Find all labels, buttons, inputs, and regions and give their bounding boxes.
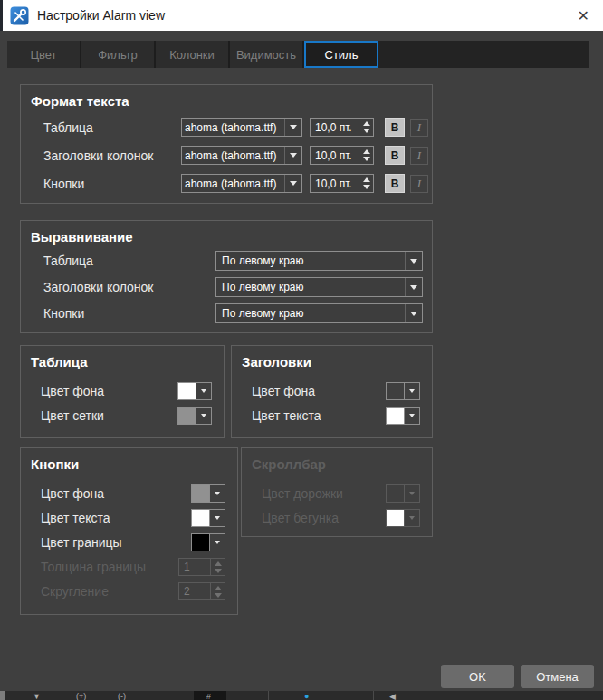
italic-button[interactable]: I [410, 147, 428, 165]
group-title: Заголовки [242, 354, 432, 369]
spinner-value: 1 [179, 559, 210, 575]
row-label: Цвет фона [252, 384, 315, 398]
align-row-buttons: Кнопки По левому краю [43, 303, 432, 323]
background-window-fragment [0, 691, 5, 700]
font-select-buttons[interactable]: ahoma (tahoma.ttf) [181, 174, 302, 193]
spin-row-corner-radius: Скругление 2 [41, 582, 225, 600]
chevron-down-icon[interactable] [284, 147, 302, 164]
color-row-header-text: Цвет текста [252, 407, 420, 425]
font-size-spinner-column-headers[interactable]: 10,0 пт. [310, 146, 374, 165]
italic-button[interactable]: I [410, 119, 428, 137]
chevron-down-icon[interactable] [284, 175, 302, 192]
alignment-select-buttons[interactable]: По левому краю [215, 303, 423, 323]
group-scrollbar-colors: Скроллбар Цвет дорожки Цвет бегунка [241, 447, 433, 537]
chevron-down-icon[interactable] [209, 510, 225, 526]
cancel-button[interactable]: Отмена [521, 665, 594, 688]
caret-down-icon: ▼ [33, 692, 41, 700]
close-icon[interactable]: ✕ [578, 7, 589, 24]
row-label: Цвет фона [41, 384, 104, 398]
toolbar-separator [268, 691, 269, 700]
format-row-table: Таблица ahoma (tahoma.ttf) 10,0 пт. B I [43, 118, 432, 137]
chevron-down-icon[interactable] [404, 383, 419, 399]
color-picker-button-bg[interactable] [191, 484, 225, 503]
grid-toggle-button: # [194, 691, 226, 700]
background-toolbar-strip: ▼ (+) (-) # ● ◀ [0, 691, 603, 700]
window-edge [0, 0, 3, 31]
tab-color[interactable]: Цвет [7, 41, 81, 68]
row-label: Цвет дорожки [262, 486, 343, 501]
row-label: Цвет текста [252, 408, 321, 423]
tab-filter[interactable]: Фильтр [81, 41, 156, 68]
chevron-down-icon[interactable] [209, 485, 225, 502]
chevron-down-icon[interactable] [405, 304, 422, 322]
ok-button[interactable]: OK [441, 665, 514, 688]
chevron-down-icon[interactable] [196, 408, 211, 424]
tab-style[interactable]: Стиль [304, 41, 378, 68]
tab-visibility[interactable]: Видимость [230, 41, 304, 68]
bold-button[interactable]: B [385, 118, 405, 137]
color-picker-header-text[interactable] [386, 407, 420, 425]
row-label: Кнопки [43, 177, 181, 191]
row-label: Цвет границы [41, 535, 122, 550]
size-value: 10,0 пт. [311, 147, 359, 164]
row-label: Заголовки колонок [43, 280, 215, 294]
color-swatch [192, 510, 209, 526]
color-swatch [387, 485, 404, 502]
bold-button[interactable]: B [385, 146, 405, 165]
border-width-spinner: 1 [178, 558, 225, 576]
titlebar: Настройки Alarm view ✕ [0, 0, 603, 31]
group-title: Скроллбар [252, 456, 432, 472]
zoom-out-icon: (-) [118, 692, 126, 700]
bold-button[interactable]: B [385, 174, 405, 193]
alignment-select-column-headers[interactable]: По левому краю [215, 277, 423, 297]
color-picker-table-bg[interactable] [177, 382, 212, 400]
row-label: Цвет бегунка [262, 511, 339, 525]
color-row-table-grid: Цвет сетки [41, 407, 212, 425]
color-row-button-text: Цвет текста [41, 509, 225, 527]
alignment-value: По левому краю [216, 252, 405, 270]
spin-row-border-width: Толщина границы 1 [41, 558, 225, 576]
spinner-arrows-icon[interactable] [359, 175, 373, 192]
chevron-down-icon [404, 510, 419, 526]
chevron-down-icon[interactable] [209, 534, 225, 551]
colored-tool-icon: ● [304, 692, 309, 700]
alignment-value: По левому краю [216, 278, 405, 296]
color-picker-header-bg[interactable] [386, 382, 420, 400]
color-picker-scrollbar-track [386, 484, 420, 503]
chevron-down-icon[interactable] [405, 278, 422, 296]
group-title: Кнопки [31, 456, 237, 472]
spinner-value: 2 [179, 583, 210, 599]
group-text-format: Формат текста Таблица ahoma (tahoma.ttf)… [20, 84, 433, 204]
tab-columns[interactable]: Колонки [156, 41, 230, 68]
color-row-scrollbar-thumb: Цвет бегунка [262, 509, 420, 527]
group-table-colors: Таблица Цвет фона Цвет сетки [20, 345, 225, 438]
font-size-spinner-table[interactable]: 10,0 пт. [310, 118, 374, 137]
color-picker-button-text[interactable] [191, 509, 225, 527]
chevron-down-icon[interactable] [284, 119, 302, 136]
group-button-colors: Кнопки Цвет фона Цвет текста Цвет границ… [20, 447, 238, 615]
row-label: Толщина границы [41, 560, 146, 574]
alignment-select-table[interactable]: По левому краю [215, 251, 423, 271]
italic-button[interactable]: I [410, 175, 428, 193]
align-row-table: Таблица По левому краю [43, 251, 432, 271]
font-select-column-headers[interactable]: ahoma (tahoma.ttf) [181, 146, 302, 165]
color-swatch [178, 408, 196, 424]
font-value: ahoma (tahoma.ttf) [182, 147, 284, 164]
font-size-spinner-buttons[interactable]: 10,0 пт. [310, 174, 374, 193]
chevron-down-icon[interactable] [404, 408, 419, 424]
group-title: Таблица [31, 354, 224, 369]
chevron-down-icon[interactable] [196, 383, 211, 399]
color-picker-table-grid[interactable] [177, 407, 212, 425]
font-select-table[interactable]: ahoma (tahoma.ttf) [181, 118, 302, 137]
tab-bar: Цвет Фильтр Колонки Видимость Стиль [7, 41, 589, 68]
row-label: Цвет фона [41, 486, 104, 501]
spinner-arrows-icon[interactable] [359, 119, 373, 136]
color-picker-button-border[interactable] [191, 533, 225, 551]
corner-radius-spinner: 2 [178, 582, 225, 600]
chevron-down-icon[interactable] [405, 252, 422, 270]
group-header-colors: Заголовки Цвет фона Цвет текста [231, 345, 433, 438]
spinner-arrows-icon[interactable] [359, 147, 373, 164]
zoom-in-icon: (+) [76, 692, 86, 700]
color-swatch [387, 408, 404, 424]
align-row-column-headers: Заголовки колонок По левому краю [43, 277, 432, 297]
